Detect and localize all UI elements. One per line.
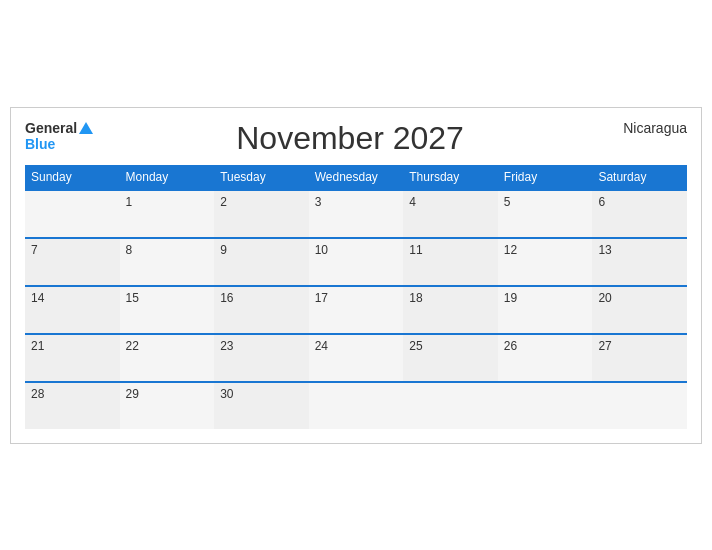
calendar-day-cell: 2 [214, 190, 309, 238]
calendar-day-cell: 8 [120, 238, 215, 286]
calendar-week-row: 123456 [25, 190, 687, 238]
calendar-day-cell: 29 [120, 382, 215, 429]
logo-blue-text: Blue [25, 136, 55, 152]
calendar-day-cell: 19 [498, 286, 593, 334]
calendar-week-row: 21222324252627 [25, 334, 687, 382]
logo-general-text: General [25, 120, 77, 136]
calendar-day-cell: 12 [498, 238, 593, 286]
weekday-header-saturday: Saturday [592, 165, 687, 190]
weekday-header-wednesday: Wednesday [309, 165, 404, 190]
calendar-day-cell: 26 [498, 334, 593, 382]
calendar-day-cell: 9 [214, 238, 309, 286]
calendar-day-cell: 28 [25, 382, 120, 429]
calendar-day-cell: 10 [309, 238, 404, 286]
calendar-week-row: 14151617181920 [25, 286, 687, 334]
calendar-day-cell [592, 382, 687, 429]
weekday-header-friday: Friday [498, 165, 593, 190]
calendar-week-row: 282930 [25, 382, 687, 429]
calendar-day-cell [403, 382, 498, 429]
logo-general-line: General [25, 120, 93, 136]
calendar-day-cell: 14 [25, 286, 120, 334]
weekday-header-tuesday: Tuesday [214, 165, 309, 190]
calendar-day-cell: 18 [403, 286, 498, 334]
weekday-header-thursday: Thursday [403, 165, 498, 190]
weekday-row: SundayMondayTuesdayWednesdayThursdayFrid… [25, 165, 687, 190]
calendar-day-cell: 13 [592, 238, 687, 286]
calendar-day-cell: 17 [309, 286, 404, 334]
calendar-container: General Blue November 2027 Nicaragua Sun… [10, 107, 702, 444]
calendar-weekday-header: SundayMondayTuesdayWednesdayThursdayFrid… [25, 165, 687, 190]
calendar-day-cell: 24 [309, 334, 404, 382]
calendar-day-cell [498, 382, 593, 429]
calendar-day-cell: 15 [120, 286, 215, 334]
country-label: Nicaragua [607, 120, 687, 136]
calendar-grid: SundayMondayTuesdayWednesdayThursdayFrid… [25, 165, 687, 429]
calendar-day-cell: 30 [214, 382, 309, 429]
calendar-day-cell: 6 [592, 190, 687, 238]
calendar-header: General Blue November 2027 Nicaragua [25, 120, 687, 157]
calendar-week-row: 78910111213 [25, 238, 687, 286]
weekday-header-sunday: Sunday [25, 165, 120, 190]
calendar-day-cell: 20 [592, 286, 687, 334]
calendar-day-cell: 11 [403, 238, 498, 286]
logo-blue-line: Blue [25, 136, 55, 152]
calendar-day-cell [309, 382, 404, 429]
calendar-day-cell [25, 190, 120, 238]
calendar-day-cell: 27 [592, 334, 687, 382]
calendar-day-cell: 1 [120, 190, 215, 238]
calendar-body: 1234567891011121314151617181920212223242… [25, 190, 687, 429]
calendar-day-cell: 3 [309, 190, 404, 238]
logo-triangle-icon [79, 122, 93, 134]
weekday-header-monday: Monday [120, 165, 215, 190]
calendar-day-cell: 23 [214, 334, 309, 382]
calendar-day-cell: 25 [403, 334, 498, 382]
calendar-day-cell: 21 [25, 334, 120, 382]
month-title: November 2027 [93, 120, 607, 157]
logo-area: General Blue [25, 120, 93, 152]
calendar-day-cell: 4 [403, 190, 498, 238]
calendar-day-cell: 7 [25, 238, 120, 286]
calendar-day-cell: 16 [214, 286, 309, 334]
calendar-day-cell: 22 [120, 334, 215, 382]
calendar-day-cell: 5 [498, 190, 593, 238]
